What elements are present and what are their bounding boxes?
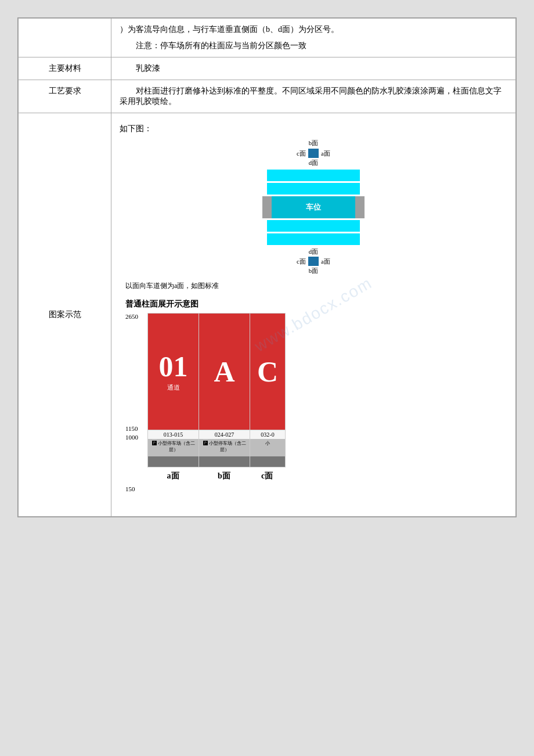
panel-a-num: 01 bbox=[159, 352, 188, 381]
face-blue-box-top bbox=[308, 149, 319, 158]
unfold-title: 普通柱面展开示意图 bbox=[125, 299, 507, 309]
face-label-b: b面 bbox=[199, 471, 250, 481]
row-description-right: ）为客流导向信息，与行车道垂直侧面（b、d面）为分区号。 注意：停车场所有的柱面… bbox=[111, 19, 516, 57]
desc-text-1: ）为客流导向信息，与行车道垂直侧面（b、d面）为分区号。 bbox=[120, 24, 507, 35]
craft-text-1: 对柱面进行打磨修补达到标准的平整度。不同区域采用不同颜色的防水乳胶漆滚涂两遍，柱… bbox=[120, 86, 507, 107]
c-face-label-bottom: c面 bbox=[297, 257, 306, 266]
panel-b-parking: 🅿 小型停车场（含二层） bbox=[199, 439, 250, 456]
dim-1150: 1150 bbox=[125, 425, 138, 432]
gray-side-right bbox=[355, 196, 365, 218]
craft-text: 对柱面进行打磨修补达到标准的平整度。不同区域采用不同颜色的防水乳胶漆滚涂两遍，柱… bbox=[120, 86, 507, 107]
desc-notice: 注意：停车场所有的柱面应与当前分区颜色一致 bbox=[120, 41, 507, 51]
panel-a-sub: 通道 bbox=[167, 383, 180, 392]
d-face-top-label: d面 bbox=[309, 159, 319, 166]
panel-b-num: A bbox=[214, 357, 234, 386]
panel-c-range: 032-0 bbox=[250, 430, 285, 439]
craft-right-value: 对柱面进行打磨修补达到标准的平整度。不同区域采用不同颜色的防水乳胶漆滚涂两遍，柱… bbox=[111, 80, 516, 113]
panel-a-gray-bottom bbox=[148, 456, 199, 467]
dim-1000: 1000 bbox=[125, 434, 138, 441]
a-face-label-bottom: a面 bbox=[321, 257, 330, 266]
row-description: ）为客流导向信息，与行车道垂直侧面（b、d面）为分区号。 注意：停车场所有的柱面… bbox=[19, 19, 516, 57]
panel-b: A 024-027 🅿 小型停车场（含二层） bbox=[199, 314, 250, 467]
b-face-top-label: b面 bbox=[309, 139, 319, 146]
dim-150: 150 bbox=[125, 485, 135, 492]
cyan-strip-mid-2 bbox=[267, 233, 360, 245]
gray-side-left bbox=[262, 196, 272, 218]
material-value: 乳胶漆 bbox=[120, 63, 507, 74]
panel-b-red-top: A bbox=[199, 314, 250, 430]
c-face-label-top: c面 bbox=[297, 149, 306, 158]
panel-b-gray-bottom bbox=[199, 456, 250, 467]
panel-b-range: 024-027 bbox=[199, 430, 250, 439]
row-description-left bbox=[19, 19, 111, 57]
row-diagram: 图案示范 www.bdocx.com 如下图： b面 c面 bbox=[19, 113, 516, 517]
panel-a-red-top: 01 通道 bbox=[148, 314, 199, 430]
panel-c: C 032-0 小 bbox=[250, 314, 285, 467]
panel-c-num: C bbox=[257, 357, 278, 386]
panel-c-red-top: C bbox=[250, 314, 285, 430]
panel-a-parking: 🅿 小型停车场（含二层） bbox=[148, 439, 199, 456]
main-table: ）为客流导向信息，与行车道垂直侧面（b、d面）为分区号。 注意：停车场所有的柱面… bbox=[18, 18, 516, 517]
diagram-right-content: www.bdocx.com 如下图： b面 c面 a面 bbox=[111, 113, 516, 517]
car-space-strip: 车位 bbox=[272, 196, 355, 218]
d-face-bottom-label: d面 bbox=[309, 248, 319, 255]
intro-label: 如下图： bbox=[120, 124, 507, 134]
face-blue-box-bottom bbox=[308, 257, 319, 266]
row-material: 主要材料 乳胶漆 bbox=[19, 57, 516, 80]
a-face-label-top: a面 bbox=[321, 149, 330, 158]
panel-a: 01 通道 013-015 🅿 小型停车场（含二层） bbox=[148, 314, 199, 467]
panel-c-gray-bottom bbox=[250, 456, 285, 467]
cyan-strip-mid-1 bbox=[267, 220, 360, 232]
b-face-bottom-label: b面 bbox=[309, 267, 319, 274]
panel-c-parking: 小 bbox=[250, 439, 285, 456]
face-note: 以面向车道侧为a面，如图标准 bbox=[125, 281, 507, 291]
panel-a-range: 013-015 bbox=[148, 430, 199, 439]
face-label-c: c面 bbox=[250, 471, 284, 481]
row-craft: 工艺要求 对柱面进行打磨修补达到标准的平整度。不同区域采用不同颜色的防水乳胶漆滚… bbox=[19, 80, 516, 113]
dim-2650: 2650 bbox=[125, 313, 138, 320]
craft-left-label: 工艺要求 bbox=[19, 80, 111, 113]
cyan-strip-top-2 bbox=[267, 183, 360, 195]
face-label-a: a面 bbox=[147, 471, 199, 481]
material-left-label: 主要材料 bbox=[19, 57, 111, 80]
material-right-value: 乳胶漆 bbox=[111, 57, 516, 80]
cyan-strip-top-1 bbox=[267, 170, 360, 181]
diagram-left-label: 图案示范 bbox=[19, 113, 111, 517]
